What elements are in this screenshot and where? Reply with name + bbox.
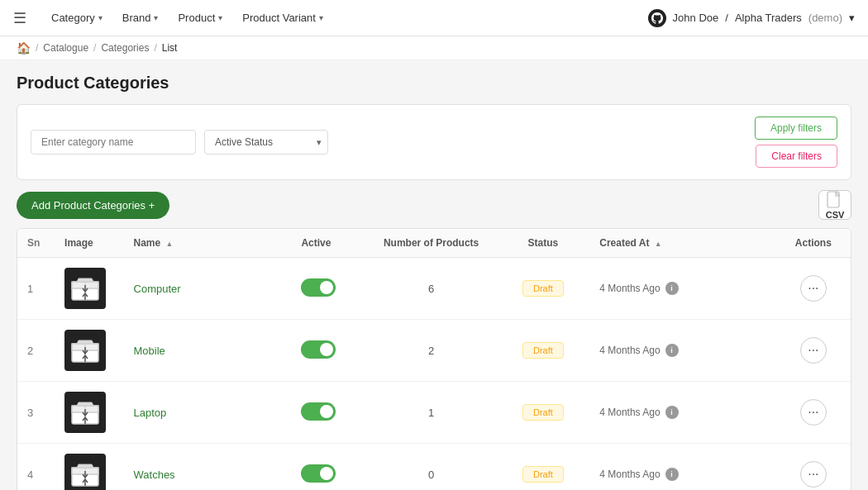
info-icon[interactable]: i — [665, 406, 679, 419]
category-name[interactable]: Laptop — [134, 407, 167, 419]
cell-status: Draft — [496, 320, 589, 382]
user-separator: / — [725, 12, 728, 24]
created-date: 4 Months Ago — [599, 345, 660, 356]
category-image — [64, 454, 106, 490]
col-name[interactable]: Name ▲ — [124, 229, 292, 258]
col-active: Active — [291, 229, 365, 258]
status-badge: Draft — [522, 404, 564, 421]
nav-category-label: Category — [51, 12, 95, 24]
nav-product-label: Product — [178, 12, 215, 24]
sort-asc-icon: ▲ — [655, 240, 662, 248]
user-section[interactable]: John Doe / Alpha Traders (demo) ▾ — [648, 9, 855, 27]
cell-image — [55, 382, 123, 444]
col-created[interactable]: Created At ▲ — [589, 229, 776, 258]
cell-active — [291, 320, 365, 382]
created-date: 4 Months Ago — [599, 469, 660, 480]
nav-brand-label: Brand — [122, 12, 151, 24]
status-badge: Draft — [522, 342, 564, 359]
hamburger-icon[interactable]: ☰ — [13, 9, 26, 27]
cell-sn: 3 — [17, 382, 55, 444]
info-icon[interactable]: i — [665, 344, 679, 357]
toggle-slider — [301, 402, 336, 421]
home-icon[interactable]: 🏠 — [17, 41, 31, 55]
breadcrumb-catalogue[interactable]: Catalogue — [43, 42, 88, 54]
cell-name: Watches — [124, 444, 292, 491]
breadcrumb: 🏠 / Catalogue / Categories / List — [0, 36, 868, 60]
created-cell: 4 Months Ago i — [599, 468, 766, 481]
created-cell: 4 Months Ago i — [599, 282, 766, 295]
category-name[interactable]: Computer — [134, 283, 181, 295]
active-toggle[interactable] — [301, 402, 336, 421]
cell-actions: ··· — [776, 382, 851, 444]
col-actions: Actions — [776, 229, 851, 258]
breadcrumb-current: List — [162, 42, 178, 54]
created-cell: 4 Months Ago i — [599, 406, 766, 419]
filter-actions: Apply filters Clear filters — [755, 117, 837, 168]
chevron-down-icon: ▾ — [154, 13, 158, 22]
nav-item-category[interactable]: Category ▾ — [43, 7, 111, 29]
col-status: Status — [496, 229, 589, 258]
cell-products: 0 — [366, 444, 497, 491]
category-image — [64, 392, 106, 433]
cell-image — [55, 320, 123, 382]
info-icon[interactable]: i — [665, 282, 679, 295]
cell-sn: 2 — [17, 320, 55, 382]
actions-menu-button[interactable]: ··· — [800, 275, 827, 302]
separator: / — [36, 42, 38, 54]
category-name[interactable]: Mobile — [134, 345, 165, 357]
table-header-row: Sn Image Name ▲ Active Number of Product… — [17, 229, 851, 258]
top-navigation: ☰ Category ▾ Brand ▾ Product ▾ Product V… — [0, 0, 868, 36]
actions-menu-button[interactable]: ··· — [800, 461, 827, 488]
info-icon[interactable]: i — [665, 468, 679, 481]
cell-created: 4 Months Ago i — [589, 320, 776, 382]
github-icon — [648, 9, 666, 27]
search-input[interactable] — [31, 130, 196, 155]
cell-active — [291, 444, 365, 491]
cell-sn: 4 — [17, 444, 55, 491]
separator: / — [154, 42, 156, 54]
breadcrumb-categories[interactable]: Categories — [101, 42, 149, 54]
category-image — [64, 268, 106, 309]
chevron-down-icon: ▾ — [98, 13, 103, 22]
col-products: Number of Products — [366, 229, 497, 258]
nav-item-brand[interactable]: Brand ▾ — [114, 7, 167, 29]
apply-filters-button[interactable]: Apply filters — [755, 117, 837, 140]
nav-variant-label: Product Variant — [242, 12, 316, 24]
status-badge: Draft — [522, 280, 564, 297]
actions-menu-button[interactable]: ··· — [800, 337, 827, 364]
created-cell: 4 Months Ago i — [599, 344, 766, 357]
nav-item-product[interactable]: Product ▾ — [169, 7, 231, 29]
active-toggle[interactable] — [301, 464, 336, 483]
separator: / — [93, 42, 96, 54]
toggle-slider — [301, 340, 336, 359]
filter-bar: Active Status Active Inactive Apply filt… — [17, 104, 851, 180]
user-name: John Doe — [673, 12, 719, 24]
created-date: 4 Months Ago — [599, 407, 660, 418]
cell-active — [291, 258, 365, 320]
csv-label: CSV — [826, 211, 845, 220]
demo-badge: (demo) — [808, 12, 842, 24]
status-filter[interactable]: Active Status Active Inactive — [204, 130, 328, 155]
actions-menu-button[interactable]: ··· — [800, 399, 827, 426]
nav-item-product-variant[interactable]: Product Variant ▾ — [234, 7, 331, 29]
col-image: Image — [55, 229, 123, 258]
categories-table: Sn Image Name ▲ Active Number of Product… — [17, 228, 851, 490]
cell-products: 6 — [366, 258, 497, 320]
category-name[interactable]: Watches — [134, 469, 175, 481]
clear-filters-button[interactable]: Clear filters — [756, 145, 837, 168]
category-image — [64, 330, 106, 371]
cell-status: Draft — [496, 382, 589, 444]
created-date: 4 Months Ago — [599, 283, 660, 294]
active-toggle[interactable] — [301, 340, 336, 359]
csv-file-icon — [827, 191, 843, 211]
add-product-categories-button[interactable]: Add Product Categories + — [17, 192, 169, 219]
cell-created: 4 Months Ago i — [589, 382, 776, 444]
sort-icon: ▲ — [166, 240, 174, 248]
active-toggle[interactable] — [301, 278, 336, 297]
cell-image — [55, 258, 123, 320]
page-title: Product Categories — [17, 74, 851, 93]
csv-export-button[interactable]: CSV — [818, 190, 851, 220]
table-row: 3 Laptop 1 Draft 4 Months Ago i — [17, 382, 851, 444]
status-badge: Draft — [522, 466, 564, 483]
cell-created: 4 Months Ago i — [589, 258, 776, 320]
